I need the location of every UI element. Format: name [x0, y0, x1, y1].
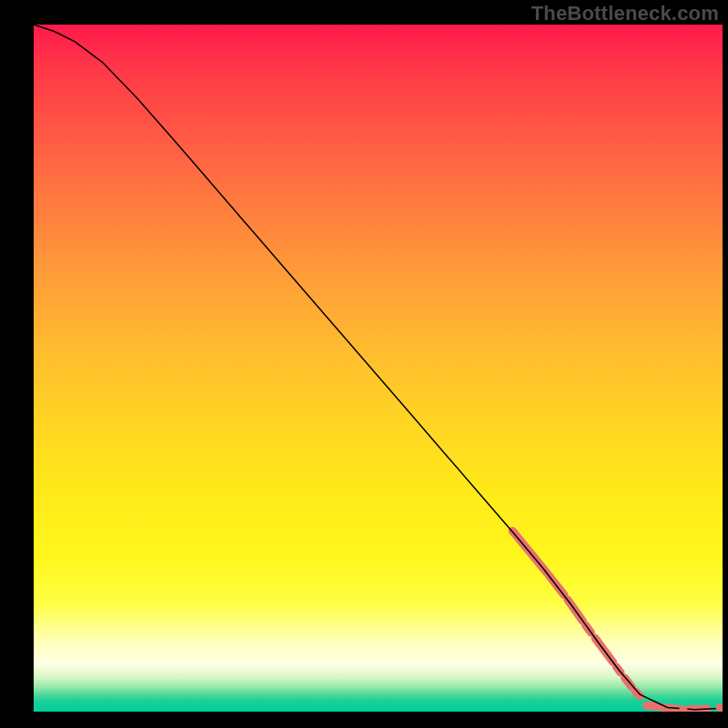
chart-svg — [34, 25, 723, 712]
plot-area — [34, 25, 723, 712]
bottleneck-curve — [34, 25, 723, 710]
highlight-dot — [715, 703, 723, 712]
highlight-segment — [647, 705, 660, 707]
highlight-segment — [625, 678, 632, 687]
watermark-text: TheBottleneck.com — [531, 2, 719, 25]
chart-frame: TheBottleneck.com — [0, 0, 728, 728]
highlight-dot — [679, 705, 687, 712]
highlight-overlay — [512, 531, 707, 709]
